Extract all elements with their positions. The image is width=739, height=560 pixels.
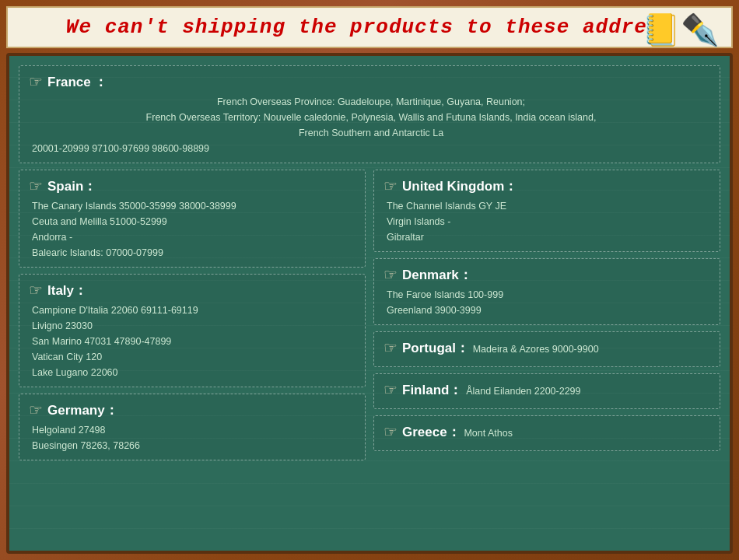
denmark-detail-2: Greenland 3900-3999: [384, 303, 710, 318]
denmark-detail-1: The Faroe Islands 100-999: [384, 287, 710, 303]
france-name: France ：: [47, 73, 107, 91]
france-header: ☞ France ：: [29, 72, 710, 91]
section-greece: ☞ Greece： Mont Athos: [373, 415, 720, 451]
portugal-header: ☞ Portugal： Madeira & Azores 9000-9900: [384, 338, 710, 357]
uk-detail-2: Virgin Islands -: [384, 214, 710, 229]
uk-icon: ☞: [384, 177, 398, 195]
outer-frame: We can't shipping the products to these …: [0, 0, 739, 560]
france-detail-2: French Overseas Territory: Nouvelle cale…: [29, 110, 710, 125]
section-germany: ☞ Germany： Helgoland 27498 Buesingen 782…: [19, 394, 366, 460]
two-column-section: ☞ Spain： The Canary Islands 35000-35999 …: [19, 170, 720, 460]
section-denmark: ☞ Denmark： The Faroe Islands 100-999 Gre…: [373, 258, 720, 325]
germany-header: ☞ Germany：: [29, 401, 355, 419]
italy-detail-5: Lake Lugano 22060: [29, 365, 355, 380]
section-italy: ☞ Italy： Campione D'Italia 22060 69111-6…: [19, 274, 366, 387]
greece-detail-inline: Mont Athos: [464, 428, 513, 439]
spain-icon: ☞: [29, 177, 43, 195]
section-uk: ☞ United Kingdom： The Channel Islands GY…: [373, 170, 720, 252]
spain-header: ☞ Spain：: [29, 177, 355, 195]
spain-name: Spain：: [47, 177, 96, 195]
italy-name: Italy：: [47, 282, 87, 299]
chalkboard: ☞ France ： French Overseas Province: Gua…: [6, 53, 733, 554]
finland-detail-inline: Åland Eilanden 2200-2299: [466, 386, 580, 397]
left-column: ☞ Spain： The Canary Islands 35000-35999 …: [19, 170, 366, 460]
uk-detail-3: Gibraltar: [384, 229, 710, 245]
denmark-name: Denmark：: [402, 266, 472, 284]
denmark-header: ☞ Denmark：: [384, 265, 710, 284]
uk-name: United Kingdom：: [402, 177, 517, 195]
spain-detail-4: Balearic Islands: 07000-07999: [29, 245, 355, 261]
italy-detail-3: San Marino 47031 47890-47899: [29, 334, 355, 349]
france-icon: ☞: [29, 72, 43, 91]
portugal-icon: ☞: [384, 338, 398, 357]
italy-detail-4: Vatican City 120: [29, 349, 355, 365]
section-finland: ☞ Finland： Åland Eilanden 2200-2299: [373, 373, 720, 409]
italy-detail-1: Campione D'Italia 22060 69111-69119: [29, 303, 355, 318]
section-france: ☞ France ： French Overseas Province: Gua…: [19, 65, 720, 163]
header-bar: We can't shipping the products to these …: [6, 6, 733, 48]
right-column: ☞ United Kingdom： The Channel Islands GY…: [373, 170, 720, 460]
portugal-detail-inline: Madeira & Azores 9000-9900: [473, 344, 599, 355]
germany-name: Germany：: [47, 401, 118, 419]
greece-header: ☞ Greece： Mont Athos: [384, 422, 710, 441]
italy-detail-2: Livigno 23030: [29, 318, 355, 334]
spain-detail-1: The Canary Islands 35000-35999 38000-389…: [29, 198, 355, 214]
germany-detail-2: Buesingen 78263, 78266: [29, 438, 355, 453]
italy-header: ☞ Italy：: [29, 281, 355, 299]
greece-icon: ☞: [384, 422, 398, 441]
portugal-name: Portugal： Madeira & Azores 9000-9900: [402, 339, 599, 357]
book-icon: 📒✒️: [642, 12, 720, 48]
finland-name: Finland： Åland Eilanden 2200-2299: [402, 381, 581, 399]
finland-header: ☞ Finland： Åland Eilanden 2200-2299: [384, 380, 710, 399]
italy-icon: ☞: [29, 281, 43, 299]
germany-detail-1: Helgoland 27498: [29, 422, 355, 438]
finland-icon: ☞: [384, 380, 398, 399]
header-title: We can't shipping the products to these …: [66, 16, 673, 39]
france-detail-3: French Southern and Antarctic La: [29, 125, 710, 141]
denmark-icon: ☞: [384, 265, 398, 284]
section-portugal: ☞ Portugal： Madeira & Azores 9000-9900: [373, 331, 720, 367]
uk-detail-1: The Channel Islands GY JE: [384, 198, 710, 214]
france-detail-1: French Overseas Province: Guadeloupe, Ma…: [29, 94, 710, 110]
greece-name: Greece： Mont Athos: [402, 423, 513, 441]
section-spain: ☞ Spain： The Canary Islands 35000-35999 …: [19, 170, 366, 268]
spain-detail-2: Ceuta and Melilla 51000-52999: [29, 214, 355, 229]
germany-icon: ☞: [29, 401, 43, 419]
spain-detail-3: Andorra -: [29, 229, 355, 245]
uk-header: ☞ United Kingdom：: [384, 177, 710, 195]
france-detail-4: 20001-20999 97100-97699 98600-98899: [29, 141, 710, 156]
